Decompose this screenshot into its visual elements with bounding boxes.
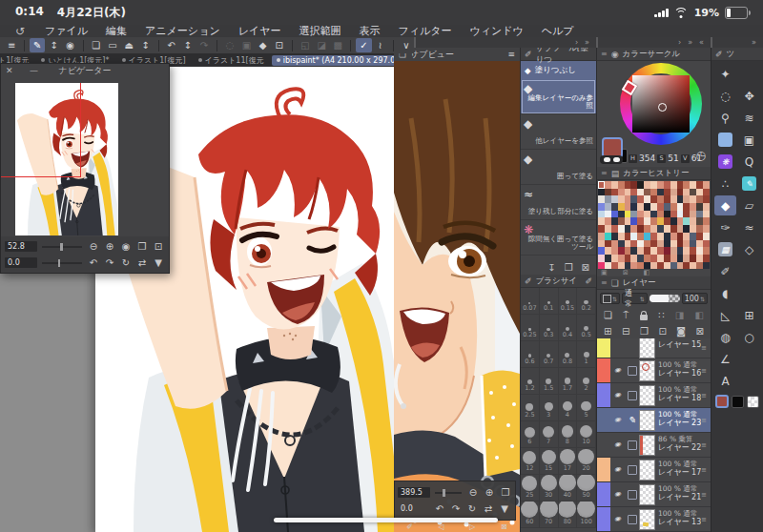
subview-menu-icon[interactable]: ≡ [507, 50, 515, 59]
brush-edit-icon[interactable]: ✐ [585, 276, 592, 286]
history-swatch[interactable] [664, 189, 670, 196]
navigator-rotate-value[interactable]: 0.0 [5, 257, 37, 268]
menu-item-4[interactable]: 選択範囲 [299, 24, 340, 38]
brush-size-2[interactable]: 2 [577, 368, 596, 395]
history-swatch[interactable] [644, 189, 650, 196]
history-swatch[interactable] [696, 181, 703, 189]
brush-size-30[interactable]: 30 [540, 475, 559, 501]
zoom-tool[interactable]: ⚲ [714, 108, 736, 128]
eraser-tool[interactable]: ▱ [738, 195, 760, 215]
history-swatch[interactable] [625, 262, 631, 270]
sv-zoom-out-button[interactable]: ⊖ [466, 487, 480, 498]
history-swatch[interactable] [657, 233, 664, 240]
pen-mode-button[interactable]: ✎ [30, 38, 45, 52]
minimize-icon[interactable]: — [30, 66, 38, 75]
undo-button[interactable]: ↶ [163, 38, 178, 52]
history-swatch[interactable] [630, 247, 637, 255]
layer-visibility-toggle[interactable]: ◉ [610, 433, 625, 457]
layer-thumbnail[interactable] [639, 435, 655, 456]
subtool-item-0[interactable]: ◆編集レイヤーのみ参照 [521, 79, 596, 114]
balloon-tool[interactable]: ◍ [714, 327, 736, 347]
history-swatch[interactable] [605, 203, 611, 211]
history-swatch[interactable] [630, 225, 637, 233]
history-swatch[interactable] [696, 233, 703, 240]
history-swatch[interactable] [637, 203, 644, 211]
toolbar-collapse-button[interactable]: ∨ [399, 38, 414, 52]
history-swatch[interactable] [637, 217, 644, 225]
layer-visibility-toggle[interactable]: ◉ [610, 458, 625, 481]
transform-button[interactable]: ⊡ [272, 38, 287, 52]
history-swatch[interactable] [598, 255, 605, 262]
history-swatch[interactable] [605, 262, 611, 270]
brush-size-8[interactable]: 8 [559, 421, 578, 448]
layer-color-label[interactable] [597, 408, 610, 432]
home-indicator[interactable] [274, 518, 498, 522]
history-swatch[interactable] [657, 240, 664, 248]
brush-size-17[interactable]: 17 [559, 448, 578, 475]
shading-tool[interactable]: ◖ [714, 283, 736, 303]
history-swatch[interactable] [625, 189, 631, 196]
soft-eraser-tool[interactable]: ◇ [738, 239, 760, 259]
history-swatch[interactable] [618, 262, 625, 270]
menu-item-1[interactable]: 編集 [106, 24, 127, 38]
menu-item-5[interactable]: 表示 [359, 24, 380, 38]
history-swatch[interactable] [664, 195, 670, 203]
brush-size-1.7[interactable]: 1.7 [559, 368, 578, 395]
brush-size-4[interactable]: 4 [559, 395, 578, 421]
history-swatch[interactable] [611, 247, 618, 255]
history-swatch[interactable] [670, 240, 677, 248]
history-swatch[interactable] [598, 240, 605, 248]
brush-size-25[interactable]: 25 [521, 475, 540, 501]
history-swatch[interactable] [611, 262, 618, 270]
menu-item-0[interactable]: ファイル [45, 24, 88, 38]
delete-layer-button[interactable]: ⊠ [696, 326, 704, 337]
layer-row-6[interactable]: ◉100 % 通常レイヤー 17≡ [597, 458, 711, 482]
history-swatch[interactable] [677, 233, 684, 240]
airbrush-tool[interactable]: ∴ [714, 174, 736, 194]
history-swatch[interactable] [618, 233, 625, 240]
main-color-swatch[interactable] [715, 395, 729, 408]
history-swatch[interactable] [657, 247, 664, 255]
brush-size-2.5[interactable]: 2.5 [521, 395, 540, 421]
copy-subtool-button[interactable]: ❐ [565, 262, 573, 273]
layer-row-5[interactable]: ◉86 % 乗算レイヤー 22≡ [597, 433, 711, 458]
history-swatch[interactable] [677, 247, 684, 255]
set-as-reference-icon[interactable]: ◨ [675, 310, 684, 320]
history-swatch[interactable] [690, 195, 696, 203]
layer-selection-tool[interactable]: ▣ [738, 130, 760, 150]
history-swatch[interactable] [598, 217, 605, 225]
strip-chevron-icon[interactable]: › [575, 38, 578, 47]
history-swatch[interactable] [644, 195, 650, 203]
selection-area-tool[interactable]: ◌ [714, 86, 736, 106]
frame-border-tool[interactable]: ⊞ [738, 305, 760, 325]
lock-layer-icon[interactable] [640, 315, 648, 320]
history-swatch[interactable] [664, 247, 670, 255]
brush-size-20[interactable]: 20 [577, 448, 596, 475]
history-swatch[interactable] [690, 247, 696, 255]
sv-flip-button[interactable]: ⇄ [482, 503, 495, 514]
history-swatch[interactable] [683, 211, 690, 218]
history-swatch[interactable] [677, 195, 684, 203]
enable-mask-icon[interactable]: ◧ [695, 310, 704, 320]
history-swatch[interactable] [690, 255, 696, 262]
history-swatch[interactable] [650, 225, 657, 233]
transparent-swatch[interactable] [747, 396, 759, 408]
layer-checkbox[interactable] [625, 433, 639, 457]
open-file-button[interactable]: ▭ [105, 38, 120, 52]
history-swatch[interactable] [677, 189, 684, 196]
menu-item-6[interactable]: フィルター [398, 24, 451, 38]
brush-size-0.3[interactable]: 0.3 [540, 315, 559, 341]
layer-visibility-toggle[interactable]: ◉ [610, 358, 625, 382]
history-swatch[interactable] [703, 255, 710, 262]
history-swatch[interactable] [690, 181, 696, 189]
history-swatch[interactable] [618, 255, 625, 262]
fit-screen-button[interactable]: ⊡ [152, 241, 165, 252]
brush-size-0.1[interactable]: 0.1 [540, 288, 559, 315]
layer-visibility-toggle[interactable] [610, 338, 625, 358]
brush-size-100[interactable]: 100 [577, 501, 596, 528]
strip-chevron-icon[interactable]: » [585, 38, 589, 47]
history-swatch[interactable] [683, 262, 690, 270]
layer-thumbnail[interactable] [639, 509, 655, 530]
subview-zoom-slider[interactable] [435, 492, 462, 494]
file-expander[interactable]: ↕ [137, 38, 153, 52]
